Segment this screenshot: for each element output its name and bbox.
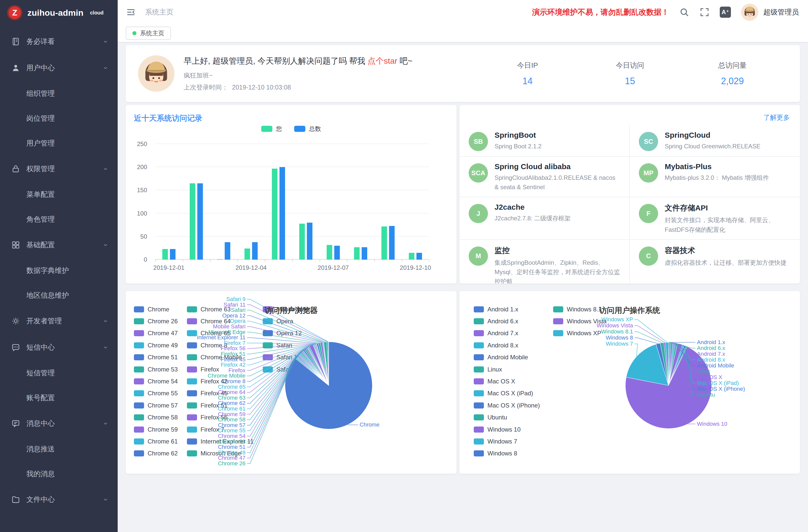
legend-item[interactable]: Opera	[263, 318, 312, 325]
legend-swatch	[187, 318, 197, 324]
sidebar-item[interactable]: 消息中心	[0, 410, 118, 437]
sidebar-item[interactable]: 用户中心	[0, 55, 118, 81]
legend-item[interactable]: Windows XP	[553, 330, 607, 337]
legend-item[interactable]: Chrome 8	[187, 342, 254, 349]
tab-home[interactable]: 系统主页	[126, 26, 171, 40]
sidebar-subitem[interactable]: 短信管理	[0, 361, 118, 385]
legend-item[interactable]: Mac OS X	[474, 378, 540, 385]
legend-item[interactable]: Windows 7	[474, 438, 540, 445]
bar[interactable]	[354, 247, 360, 260]
legend-item[interactable]: Android 1.x	[474, 306, 540, 313]
bar[interactable]	[197, 183, 203, 260]
legend-item[interactable]: Windows 8.1	[553, 306, 607, 313]
legend-item[interactable]: Linux	[474, 366, 540, 373]
sidebar-item[interactable]: 文件中心	[0, 487, 118, 513]
legend-item[interactable]: Microsoft Edge	[187, 450, 254, 457]
bar[interactable]	[409, 253, 415, 260]
sidebar-item[interactable]: 开发者管理	[0, 308, 118, 334]
sidebar-collapse-icon[interactable]	[126, 7, 136, 17]
bar[interactable]	[252, 242, 258, 260]
learn-more-link[interactable]: 了解更多	[764, 113, 790, 122]
bar[interactable]	[299, 224, 305, 260]
legend-item[interactable]: Firefox 45	[187, 390, 254, 397]
legend-item[interactable]: Chrome 61	[134, 438, 178, 445]
bar[interactable]	[170, 249, 176, 260]
legend-item[interactable]: Android Mobile	[474, 354, 540, 361]
legend-item[interactable]: Windows 8	[474, 450, 540, 457]
legend-item[interactable]: Mac OS X (iPad)	[474, 390, 540, 397]
bar[interactable]	[334, 246, 340, 260]
bar[interactable]	[362, 247, 367, 260]
search-icon[interactable]	[679, 7, 689, 17]
legend-item[interactable]: Chrome 64	[187, 318, 254, 325]
legend-item[interactable]: Chrome Mobile	[187, 354, 254, 361]
legend-item[interactable]: Windows Vista	[553, 318, 607, 325]
legend-item[interactable]: Firefox 51	[187, 402, 254, 409]
bar[interactable]	[217, 259, 223, 260]
legend-item[interactable]: Chrome 51	[134, 354, 178, 361]
legend-item[interactable]: 总数	[294, 125, 321, 133]
sidebar-subitem[interactable]: 数据字典维护	[0, 258, 118, 283]
legend-item[interactable]: Chrome 47	[134, 330, 178, 337]
sidebar-item[interactable]: 基础配置	[0, 232, 118, 258]
sidebar-subitem[interactable]: 账号配置	[0, 385, 118, 410]
logo[interactable]: Z zuihou-admin cloud	[0, 0, 118, 25]
bar[interactable]	[382, 226, 387, 260]
legend-item[interactable]: Chrome 63	[187, 306, 254, 313]
legend-item[interactable]: Chrome 26	[134, 318, 178, 325]
legend-item[interactable]: Chrome 59	[134, 426, 178, 433]
legend-label: Windows 10	[488, 426, 521, 433]
legend-item[interactable]: Ubuntu	[474, 414, 540, 421]
bar[interactable]	[244, 249, 250, 260]
bar[interactable]	[272, 169, 277, 260]
legend-item[interactable]: Chrome 49	[134, 342, 178, 349]
bar[interactable]	[162, 249, 168, 260]
legend-item[interactable]: Firefox	[187, 366, 254, 373]
legend-item[interactable]: Chrome 58	[134, 414, 178, 421]
legend-item[interactable]: Chrome 53	[134, 366, 178, 373]
bar[interactable]	[225, 242, 230, 260]
star-link[interactable]: 点个star	[367, 56, 397, 66]
sidebar-subitem[interactable]: 角色管理	[0, 207, 118, 232]
legend-item[interactable]: Android 6.x	[474, 318, 540, 325]
legend-item[interactable]: Firefox 56	[187, 414, 254, 421]
bar[interactable]	[417, 253, 422, 260]
legend-item[interactable]: Chrome 57	[134, 402, 178, 409]
legend-item[interactable]: Firefox 7	[187, 426, 254, 433]
sidebar-subitem[interactable]: 岗位管理	[0, 106, 118, 131]
bar[interactable]	[307, 223, 312, 260]
legend-item[interactable]: Internet Explorer 11	[187, 438, 254, 445]
legend-item[interactable]: Chrome	[134, 306, 178, 313]
legend-item[interactable]: Chrome 54	[134, 378, 178, 385]
bar[interactable]	[327, 245, 332, 260]
username[interactable]: 超级管理员	[764, 7, 799, 17]
legend-item[interactable]: Chrome 65	[187, 330, 254, 337]
bar[interactable]	[389, 226, 394, 260]
sidebar-subitem[interactable]: 用户管理	[0, 131, 118, 156]
sidebar-subitem[interactable]: 我的消息	[0, 461, 118, 487]
legend-item[interactable]: Mac OS X (iPhone)	[474, 402, 540, 409]
bar[interactable]	[190, 183, 195, 260]
sidebar-item[interactable]: 权限管理	[0, 156, 118, 182]
sidebar-subitem[interactable]: 菜单配置	[0, 182, 118, 207]
legend-item[interactable]: Android 8.x	[474, 342, 540, 349]
legend-item[interactable]: Firefox 42	[187, 378, 254, 385]
legend-item[interactable]: Safari	[263, 342, 312, 349]
bar[interactable]	[279, 167, 285, 260]
legend-item[interactable]: Windows 10	[474, 426, 540, 433]
sidebar-item[interactable]: 务必详看	[0, 29, 118, 55]
stat-label: 今日IP	[476, 61, 579, 70]
legend-item[interactable]: Chrome 55	[134, 390, 178, 397]
legend-item[interactable]: 您	[261, 125, 282, 133]
legend-item[interactable]: Mobile Safari	[263, 306, 312, 313]
sidebar-subitem[interactable]: 组织管理	[0, 81, 118, 106]
sidebar-item[interactable]: 短信中心	[0, 334, 118, 361]
legend-item[interactable]: Chrome 62	[134, 450, 178, 457]
legend-item[interactable]: Android 7.x	[474, 330, 540, 337]
font-size-icon[interactable]: A⁺	[720, 6, 731, 18]
sidebar-subitem[interactable]: 地区信息维护	[0, 283, 118, 308]
avatar[interactable]	[741, 3, 758, 21]
legend-item[interactable]: Opera 12	[263, 330, 312, 337]
fullscreen-icon[interactable]	[699, 7, 710, 17]
sidebar-subitem[interactable]: 消息推送	[0, 437, 118, 461]
